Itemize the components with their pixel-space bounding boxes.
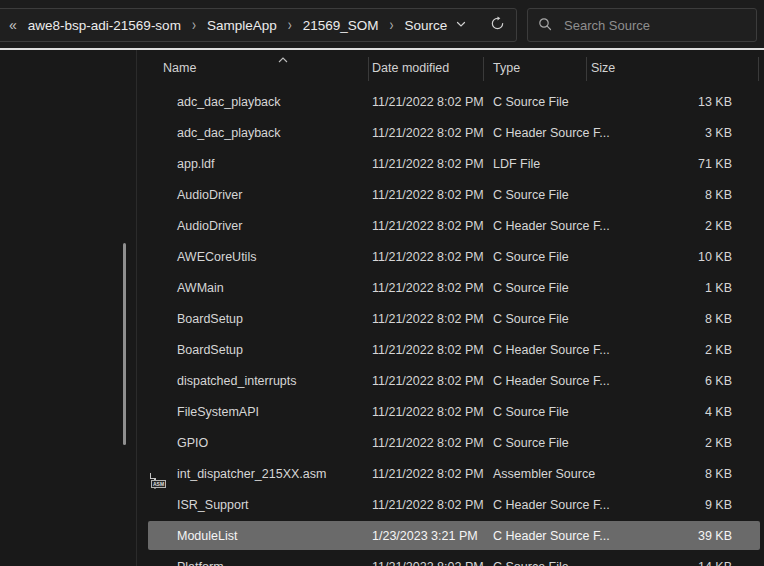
column-divider[interactable]	[483, 57, 484, 81]
file-list-area: Name Date modified Type Size adc_dac_pla…	[137, 50, 764, 566]
search-box[interactable]	[527, 8, 757, 42]
file-size: 6 KB	[586, 374, 745, 388]
file-row[interactable]: AudioDriver 11/21/2022 8:02 PM C Source …	[137, 179, 764, 210]
column-divider[interactable]	[758, 57, 759, 81]
file-row[interactable]: int_dispatcher_215XX.asm 11/21/2022 8:02…	[137, 458, 764, 489]
file-row[interactable]: AWMain 11/21/2022 8:02 PM C Source File …	[137, 272, 764, 303]
file-name: ISR_Support	[177, 498, 249, 512]
file-row[interactable]: ModuleList 1/23/2023 3:21 PM C Header So…	[137, 520, 764, 551]
file-type: C Source File	[493, 560, 569, 566]
file-size: 4 KB	[586, 405, 745, 419]
address-bar[interactable]: « awe8-bsp-adi-21569-som › SampleApp › 2…	[0, 8, 517, 42]
file-date-modified: 11/21/2022 8:02 PM	[372, 405, 484, 419]
file-row[interactable]: BoardSetup 11/21/2022 8:02 PM C Header S…	[137, 334, 764, 365]
nav-pane-scrollbar[interactable]	[123, 243, 126, 445]
file-date-modified: 11/21/2022 8:02 PM	[372, 281, 484, 295]
address-dropdown-button[interactable]	[450, 14, 472, 36]
file-name: GPIO	[177, 436, 208, 450]
file-type: Assembler Source	[493, 467, 595, 481]
sort-ascending-icon	[278, 52, 288, 58]
chevron-down-icon	[455, 18, 467, 33]
file-name: dispatched_interrupts	[177, 374, 297, 388]
column-headers: Name Date modified Type Size	[137, 50, 764, 86]
file-date-modified: 11/21/2022 8:02 PM	[372, 343, 484, 357]
file-row[interactable]: AWECoreUtils 11/21/2022 8:02 PM C Source…	[137, 241, 764, 272]
file-size: 14 KB	[586, 560, 745, 566]
file-size: 71 KB	[586, 157, 745, 171]
file-name: int_dispatcher_215XX.asm	[177, 467, 326, 481]
file-date-modified: 11/21/2022 8:02 PM	[372, 312, 484, 326]
file-date-modified: 11/21/2022 8:02 PM	[372, 157, 484, 171]
file-type: C Source File	[493, 250, 569, 264]
breadcrumb-item-21569som[interactable]: 21569_SOM	[301, 16, 381, 35]
column-header-type[interactable]: Type	[493, 61, 520, 75]
column-header-name[interactable]: Name	[163, 61, 196, 75]
breadcrumb-item-sampleapp[interactable]: SampleApp	[205, 16, 279, 35]
refresh-button[interactable]	[486, 14, 508, 36]
breadcrumb-item-source[interactable]: Source	[403, 16, 450, 35]
breadcrumb-separator-icon: ›	[192, 16, 196, 34]
search-icon	[538, 17, 552, 34]
file-date-modified: 11/21/2022 8:02 PM	[372, 219, 484, 233]
column-header-size[interactable]: Size	[591, 61, 615, 75]
file-date-modified: 1/23/2023 3:21 PM	[372, 529, 478, 543]
file-name: BoardSetup	[177, 343, 243, 357]
file-date-modified: 11/21/2022 8:02 PM	[372, 95, 484, 109]
file-row[interactable]: ISR_Support 11/21/2022 8:02 PM C Header …	[137, 489, 764, 520]
file-size: 13 KB	[586, 95, 745, 109]
file-name: AWMain	[177, 281, 224, 295]
file-list: adc_dac_playback 11/21/2022 8:02 PM C So…	[137, 86, 764, 566]
file-name: AudioDriver	[177, 219, 242, 233]
file-size: 2 KB	[586, 219, 745, 233]
file-name: AudioDriver	[177, 188, 242, 202]
column-header-date-modified[interactable]: Date modified	[372, 61, 449, 75]
file-row[interactable]: Platform 11/21/2022 8:02 PM C Source Fil…	[137, 551, 764, 566]
column-divider[interactable]	[368, 57, 369, 81]
file-row[interactable]: BoardSetup 11/21/2022 8:02 PM C Source F…	[137, 303, 764, 334]
file-type: C Source File	[493, 436, 569, 450]
breadcrumb-separator-icon: ›	[390, 16, 394, 34]
file-size: 39 KB	[586, 529, 745, 543]
file-row[interactable]: FileSystemAPI 11/21/2022 8:02 PM C Sourc…	[137, 396, 764, 427]
file-size: 2 KB	[586, 343, 745, 357]
file-name: adc_dac_playback	[177, 95, 281, 109]
file-row[interactable]: GPIO 11/21/2022 8:02 PM C Source File 2 …	[137, 427, 764, 458]
breadcrumb-item-root[interactable]: awe8-bsp-adi-21569-som	[26, 16, 183, 35]
column-divider[interactable]	[586, 57, 587, 81]
file-name: app.ldf	[177, 157, 215, 171]
file-type: C Source File	[493, 405, 569, 419]
file-date-modified: 11/21/2022 8:02 PM	[372, 250, 484, 264]
file-row[interactable]: adc_dac_playback 11/21/2022 8:02 PM C He…	[137, 117, 764, 148]
file-date-modified: 11/21/2022 8:02 PM	[372, 560, 484, 566]
file-type: C Source File	[493, 281, 569, 295]
file-date-modified: 11/21/2022 8:02 PM	[372, 126, 484, 140]
file-size: 2 KB	[586, 436, 745, 450]
breadcrumb-separator-icon: ›	[288, 16, 292, 34]
file-size: 8 KB	[586, 467, 745, 481]
file-name: adc_dac_playback	[177, 126, 281, 140]
file-size: 1 KB	[586, 281, 745, 295]
file-type: C Source File	[493, 312, 569, 326]
file-type: LDF File	[493, 157, 540, 171]
file-date-modified: 11/21/2022 8:02 PM	[372, 436, 484, 450]
file-row[interactable]: app.ldf 11/21/2022 8:02 PM LDF File 71 K…	[137, 148, 764, 179]
breadcrumb-overflow-icon[interactable]: «	[9, 17, 16, 33]
file-name: ModuleList	[177, 529, 237, 543]
file-date-modified: 11/21/2022 8:02 PM	[372, 467, 484, 481]
search-input[interactable]	[562, 17, 746, 34]
file-type: C Source File	[493, 188, 569, 202]
file-row[interactable]: adc_dac_playback 11/21/2022 8:02 PM C So…	[137, 86, 764, 117]
file-name: FileSystemAPI	[177, 405, 259, 419]
file-name: AWECoreUtils	[177, 250, 256, 264]
file-row[interactable]: dispatched_interrupts 11/21/2022 8:02 PM…	[137, 365, 764, 396]
file-date-modified: 11/21/2022 8:02 PM	[372, 498, 484, 512]
file-size: 3 KB	[586, 126, 745, 140]
navigation-pane	[0, 50, 136, 566]
file-size: 9 KB	[586, 498, 745, 512]
file-size: 8 KB	[586, 312, 745, 326]
file-row[interactable]: AudioDriver 11/21/2022 8:02 PM C Header …	[137, 210, 764, 241]
file-type: C Source File	[493, 95, 569, 109]
file-name: BoardSetup	[177, 312, 243, 326]
file-date-modified: 11/21/2022 8:02 PM	[372, 374, 484, 388]
file-name: Platform	[177, 560, 224, 566]
